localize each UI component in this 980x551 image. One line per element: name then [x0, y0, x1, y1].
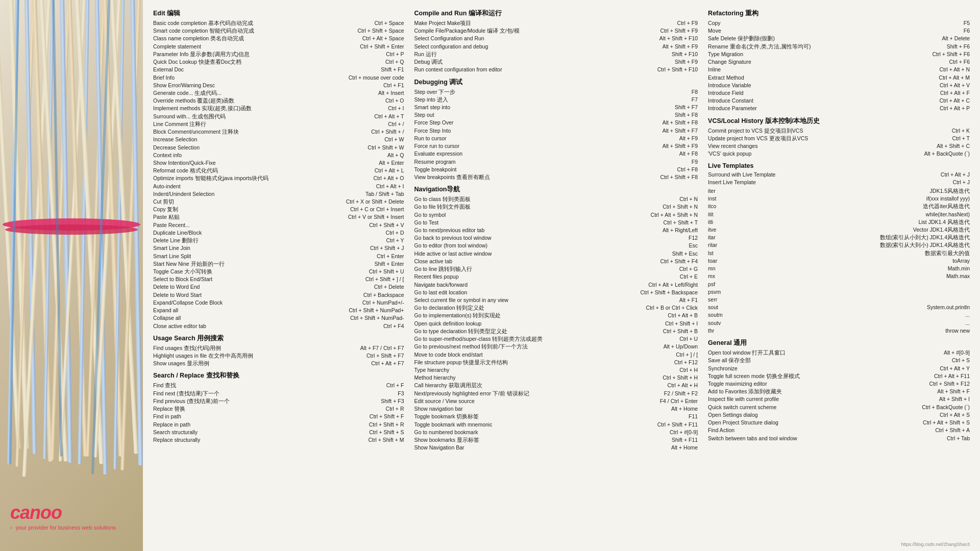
shortcut-change-sig: Change SignatureCtrl + F6: [708, 58, 970, 66]
shortcut-open-tool: Open tool window 打开工具窗口Alt + #[0-9]: [708, 349, 970, 357]
shortcut-implement: Implement methods 实现(超类,接口)函数Ctrl + I: [153, 105, 404, 112]
shortcut-smart-step-into: Smart step intoShift + F7: [414, 104, 698, 111]
shortcut-view-bp: View breakpoints 查看所有断点Ctrl + Shift + F8: [414, 173, 698, 181]
shortcut-quick-def: Open quick definition lookupCtrl + Shift…: [414, 320, 698, 328]
shortcut-goto-bookmark: Go to numbered bookmarkCtrl + #[0-9]: [414, 429, 698, 436]
shortcut-hide-window: Hide active or last active windowShift +…: [414, 250, 698, 258]
shortcut-find-next: Find next (查找结果)下一个F3: [153, 390, 404, 397]
shortcut-select-debug: Select configuration and debugAlt + Shif…: [414, 43, 698, 51]
shortcut-debug: Debug 调试Shift + F9: [414, 58, 698, 66]
shortcut-show-nav-bar2: Show Navigation BarAlt + Home: [414, 444, 698, 452]
shortcut-step-over: Step over 下一步F8: [414, 88, 698, 96]
shortcut-override: Override methods 覆盖(超类)函数Ctrl + O: [153, 97, 404, 105]
shortcut-replace-struct: Replace structurallyCtrl + Shift + M: [153, 436, 404, 444]
template-mn: mnMath.min: [708, 265, 970, 272]
shortcut-goto-declaration: Go to declaration 转到定义处Ctrl + B or Ctrl …: [414, 304, 698, 312]
section-live-title: Live Templates: [708, 162, 970, 169]
shortcut-prev-next-method: Go to previous/next method 转到前/下一个方法Alt …: [414, 343, 698, 350]
usage-shortcuts: Find usages 查找(代码)用例Alt + F7 / Ctrl + F7…: [153, 344, 404, 368]
shortcut-intention: Show Intention/Quick-FixeAlt + Enter: [153, 159, 404, 167]
tagline: › your provider for business web solutio…: [10, 524, 118, 531]
template-serr: serr: [708, 296, 970, 304]
shortcut-class-completion: Class name completion 类名自动完成Ctrl + Alt +…: [153, 35, 404, 42]
shortcut-cut: Cut 剪切Ctrl + X or Shift + Delete: [153, 198, 404, 206]
shortcut-next-error: Next/previously highlighted error 下/前 错误…: [414, 390, 698, 397]
shortcut-find-action: Find ActionCtrl + Shift + A: [708, 427, 970, 434]
shortcut-intro-param: Introduce ParameterCtrl + Alt + P: [708, 105, 970, 112]
column-compile: Compile and Run 编译和运行 Make Project Make项…: [414, 9, 698, 546]
section-refactor-title: Refactoring 重构: [708, 9, 970, 18]
shortcut-smart-split: Smart Line SplitCtrl + Enter: [153, 253, 404, 260]
shortcut-call-hierarchy: Call hierarchy 获取调用层次Ctrl + Alt + H: [414, 382, 698, 389]
shortcut-copy-refactor: CopyF5: [708, 19, 970, 27]
vcs-shortcuts: Commit project to VCS 提交项目到VCSCtrl + K U…: [708, 127, 970, 158]
shortcut-toggle-bp: Toggle breakpointCtrl + F8: [414, 166, 698, 173]
template-iter: iterJDK1.5风格迭代: [708, 187, 970, 195]
shortcut-expand-all: Expand allCtrl + Shift + NumPad+: [153, 307, 404, 314]
shortcut-replace-path: Replace in pathCtrl + Shift + R: [153, 421, 404, 429]
shortcut-show-nav-bar: Show navigation barAlt + Home: [414, 405, 698, 413]
shortcut-run: Run 运行Shift + F10: [414, 51, 698, 58]
section-compile-title: Compile and Run 编译和运行: [414, 9, 698, 18]
section-search-title: Search / Replace 查找和替换: [153, 371, 404, 380]
shortcut-fullscreen: Toggle full screen mode 切换全屏模式Ctrl + Alt…: [708, 372, 970, 380]
shortcut-step-out: Step outShift + F8: [414, 111, 698, 119]
shortcut-goto-test: Go to TestCtrl + Shift + T: [414, 219, 698, 227]
shortcut-decrease-sel: Decrease SelectionCtrl + Shift + W: [153, 144, 404, 152]
shortcut-goto-class: Go to class 转到类面板Ctrl + N: [414, 195, 698, 203]
shortcut-goto-type-decl: Go to type declaration 转到类型定义处Ctrl + Shi…: [414, 328, 698, 335]
template-sout: soutSystem.out.println: [708, 304, 970, 311]
svg-point-24: [5, 224, 138, 235]
template-itco: itco迭代器iter风格迭代: [708, 203, 970, 210]
shortcut-goto-file: Go to file 转到文件面板Ctrl + Shift + N: [414, 203, 698, 211]
shortcut-select-run: Select Configuration and RunAlt + Shift …: [414, 35, 698, 42]
live-shortcuts: Surround with Live TemplateCtrl + Alt + …: [708, 171, 970, 186]
shortcut-insert-live: Insert Live TemplateCtrl + J: [708, 179, 970, 186]
shortcut-reformat: Reformat code 格式化代码Ctrl + Alt + L: [153, 167, 404, 174]
shortcut-move: MoveF6: [708, 27, 970, 35]
shortcut-find-usages: Find usages 查找(代码)用例Alt + F7 / Ctrl + F7: [153, 344, 404, 352]
shortcut-rename: Rename 重命名(文件,类,方法,属性等均可)Shift + F6: [708, 43, 970, 51]
shortcut-select-block: Select to Block End/StartCtrl + Shift + …: [153, 276, 404, 283]
url-text: https://blog.csdn.net/ZhangShan3: [901, 542, 970, 547]
shortcut-paste: Paste 粘贴Ctrl + V or Shift + Insert: [153, 213, 404, 221]
shortcut-toggle-case: Toggle Case 大小写转换Ctrl + Shift + U: [153, 268, 404, 276]
arrow-icon: ›: [10, 524, 12, 531]
shortcut-maximize-editor: Toggle maximizing editorCtrl + Shift + F…: [708, 380, 970, 388]
template-itar: itar数组(索引从小到大) JDK1.4风格迭代: [708, 234, 970, 241]
shortcut-type-hierarchy: Type hierarchyCtrl + H: [414, 366, 698, 374]
shortcut-close-tab: Close active editor tabCtrl + F4: [153, 322, 404, 330]
shortcut-show-error: Show Error/Warning DescCtrl + F1: [153, 82, 404, 89]
debug-shortcuts: Step over 下一步F8 Step into 进入F7 Smart ste…: [414, 88, 698, 182]
shortcut-project-struct: Open Project Structure dialogCtrl + Alt …: [708, 419, 970, 427]
shortcut-paste-recent: Paste Recent...Ctrl + Shift + V: [153, 221, 404, 229]
tagline-text: your provider for business web solutions: [16, 524, 116, 531]
edit-shortcuts: Basic code completion 基本代码自动完成Ctrl + Spa…: [153, 19, 404, 330]
shortcut-copy: Copy 复制Ctrl + C or Ctrl + Insert: [153, 206, 404, 213]
template-mx: mxMath.max: [708, 272, 970, 280]
shortcut-generate: Generate code... 生成代码...Alt + Insert: [153, 89, 404, 97]
main-content: Edit 编辑 Basic code completion 基本代码自动完成Ct…: [143, 0, 980, 551]
shortcut-context-info: Context infoAlt + Q: [153, 152, 404, 159]
shortcut-highlight-usages: Highlight usages in file 在文件中高亮用例Ctrl + …: [153, 352, 404, 360]
shortcut-replace: Replace 替换Ctrl + R: [153, 405, 404, 413]
shortcut-resume: Resume programF9: [414, 158, 698, 166]
template-thr: thrthrow new: [708, 327, 970, 335]
shortcut-eval-expr: Evaluate expressionAlt + F8: [414, 150, 698, 158]
template-toar: toartoArray: [708, 257, 970, 265]
shortcut-inline: InlineCtrl + Alt + N: [708, 66, 970, 73]
shortcut-find: Find 查找Ctrl + F: [153, 382, 404, 389]
shortcut-goto-super: Go to super-method/super-class 转到超类方法或超类…: [414, 335, 698, 343]
shortcut-intro-constant: Introduce ConstantCtrl + Alt + C: [708, 97, 970, 105]
column-edit: Edit 编辑 Basic code completion 基本代码自动完成Ct…: [153, 9, 404, 546]
shortcut-force-step-over: Force Step OverAlt + Shift + F8: [414, 119, 698, 127]
background-image: canoo › your provider for business web s…: [0, 0, 143, 551]
shortcut-param-info: Parameter Info 显示参数(调用方式)信息Ctrl + P: [153, 51, 404, 58]
logo-text: canoo: [10, 502, 118, 523]
shortcut-block-comment: Block Comment/uncomment 注释块Ctrl + Shift …: [153, 128, 404, 136]
shortcut-view-changes: View recent changesAlt + Shift + C: [708, 142, 970, 150]
shortcut-extract-method: Extract MethodCtrl + Alt + M: [708, 74, 970, 82]
shortcut-smart-completion: Smart code completion 智能代码自动完成Ctrl + Shi…: [153, 27, 404, 35]
shortcut-surround-live: Surround with Live TemplateCtrl + Alt + …: [708, 171, 970, 179]
shortcut-close-active-tab: Close active tabCtrl + Shift + F4: [414, 258, 698, 265]
